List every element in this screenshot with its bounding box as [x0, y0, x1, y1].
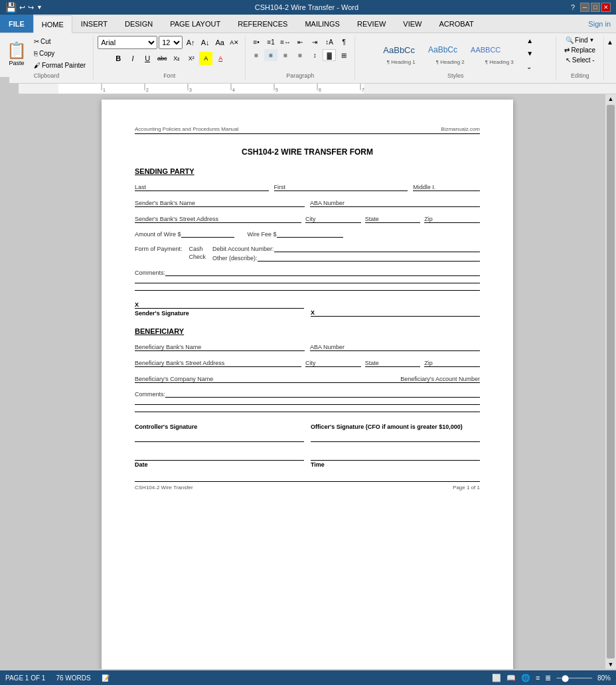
maximize-btn[interactable]: □ — [591, 3, 600, 12]
undo-icon[interactable]: ↩ — [19, 3, 25, 12]
subscript-btn[interactable]: X₂ — [170, 52, 183, 65]
styles-scroll-up[interactable]: ▲ — [526, 37, 533, 44]
scrollbar-right[interactable]: ▲ ▼ — [605, 94, 616, 669]
font-grow-btn[interactable]: A↑ — [184, 36, 197, 49]
paste-label: Paste — [9, 60, 24, 66]
tab-insert[interactable]: INSERT — [72, 15, 116, 33]
svg-text:2: 2 — [146, 88, 149, 92]
show-formatting-btn[interactable]: ¶ — [337, 36, 350, 48]
paste-icon: 📋 — [7, 41, 27, 60]
comments-sending: Comments: — [135, 269, 480, 291]
bene-comments-label: Comments: — [135, 391, 165, 398]
bullet-list-btn[interactable]: ≡• — [250, 36, 263, 48]
bene-comments-line3 — [135, 412, 480, 412]
date-time-row: Date Time — [135, 450, 480, 468]
minimize-btn[interactable]: ─ — [580, 3, 589, 12]
tab-references[interactable]: REFERENCES — [229, 15, 296, 33]
copy-btn[interactable]: ⎘ Copy — [31, 48, 89, 59]
ribbon-collapse-btn[interactable]: ▲ — [604, 36, 616, 80]
heading2-label: ¶ Heading 2 — [427, 59, 473, 65]
align-left-btn[interactable]: ≡ — [250, 49, 263, 61]
font-family-select[interactable]: Arial — [98, 36, 157, 49]
tab-home[interactable]: HOME — [33, 15, 72, 33]
last-label: Last — [135, 184, 146, 190]
scroll-thumb[interactable] — [607, 105, 615, 658]
shading-btn[interactable]: ▓ — [323, 49, 336, 61]
strikethrough-btn[interactable]: abc — [155, 52, 169, 65]
style-heading1[interactable]: AaBbCc — [424, 43, 462, 56]
font-shrink-btn[interactable]: A↓ — [198, 36, 212, 49]
bene-company-group: Beneficiary's Company Name — [135, 375, 305, 382]
sig-sender-label: Sender's Signature — [135, 310, 304, 317]
styles-more[interactable]: ⌄ — [526, 63, 533, 70]
align-center-btn[interactable]: ≡ — [264, 49, 277, 61]
underline-btn[interactable]: U — [141, 52, 154, 65]
bene-street-label: Beneficiary Bank's Street Address — [135, 360, 224, 366]
tab-acrobat[interactable]: ACROBAT — [430, 15, 482, 33]
street-group: Sender's Bank's Street Address — [135, 215, 301, 223]
time-group: Time — [311, 450, 480, 468]
increase-indent-btn[interactable]: ⇥ — [308, 36, 321, 48]
tab-design[interactable]: DESIGN — [116, 15, 161, 33]
scroll-up-btn[interactable]: ▲ — [607, 94, 615, 104]
align-right-btn[interactable]: ≡ — [279, 49, 292, 61]
clear-format-btn[interactable]: A✕ — [228, 36, 241, 49]
close-btn[interactable]: ✕ — [601, 3, 611, 12]
sig-section-sending: X Sender's Signature X — [135, 301, 480, 317]
payment-left: Form of Payment: Cash Check — [135, 246, 206, 262]
tab-review[interactable]: REVIEW — [348, 15, 394, 33]
text-highlight-btn[interactable]: A — [199, 52, 212, 65]
tab-mailings[interactable]: MAILINGS — [296, 15, 348, 33]
comments-label: Comments: — [135, 269, 165, 276]
header-left: Accounting Policies and Procedures Manua… — [135, 126, 239, 132]
date-label: Date — [135, 461, 148, 468]
style-normal[interactable]: AaBbCc — [378, 43, 420, 57]
paragraph-label: Paragraph — [286, 71, 314, 80]
svg-text:1: 1 — [103, 88, 106, 92]
scroll-down-btn[interactable]: ▼ — [607, 660, 615, 669]
justify-btn[interactable]: ≡ — [293, 49, 307, 61]
tab-page-layout[interactable]: PAGE LAYOUT — [161, 15, 229, 33]
replace-btn[interactable]: ⇄ Replace — [560, 46, 599, 54]
beneficiary-header: BENEFICIARY — [135, 327, 480, 335]
payment-row: Form of Payment: Cash Check Debit Accoun… — [135, 246, 480, 262]
superscript-btn[interactable]: X² — [185, 52, 198, 65]
heading3-label: ¶ Heading 3 — [476, 59, 522, 65]
paste-btn[interactable]: 📋 Paste — [4, 38, 29, 69]
numbered-list-btn[interactable]: ≡1 — [264, 36, 277, 48]
sign-in[interactable]: Sign in — [583, 17, 616, 31]
help-btn[interactable]: ? — [571, 3, 575, 11]
zip-label: Zip — [424, 216, 433, 222]
bold-btn[interactable]: B — [112, 52, 125, 65]
document-area[interactable]: Accounting Policies and Procedures Manua… — [0, 94, 605, 669]
decrease-indent-btn[interactable]: ⇤ — [293, 36, 307, 48]
style-heading2[interactable]: AABBCC — [466, 44, 505, 56]
border-btn[interactable]: ⊞ — [337, 49, 350, 61]
font-color-btn[interactable]: A — [214, 52, 227, 65]
controller-sig-line — [135, 431, 304, 442]
sort-btn[interactable]: ↕A — [323, 36, 336, 48]
sig-row: X Sender's Signature X — [135, 301, 480, 317]
find-btn[interactable]: 🔍 Find ▼ — [562, 36, 598, 44]
debit-line — [274, 252, 480, 252]
line-spacing-btn[interactable]: ↕ — [308, 49, 321, 61]
select-btn[interactable]: ↖ Select - — [562, 56, 599, 64]
cut-btn[interactable]: ✂ Cut — [31, 36, 89, 47]
italic-btn[interactable]: I — [126, 52, 139, 65]
find-dropdown[interactable]: ▼ — [589, 37, 595, 43]
styles-scroll-down[interactable]: ▼ — [526, 50, 533, 57]
wire-fee-label: Wire Fee $ — [248, 231, 277, 238]
redo-icon[interactable]: ↪ — [28, 3, 34, 12]
beneficiary-section: BENEFICIARY Beneficiary Bank's Name ABA … — [135, 327, 480, 468]
multilevel-list-btn[interactable]: ≡↔ — [279, 36, 292, 48]
bene-comments-line2 — [135, 404, 480, 405]
change-case-btn[interactable]: Aa — [213, 36, 226, 49]
tab-view[interactable]: VIEW — [394, 15, 430, 33]
quick-access-more[interactable]: ▼ — [37, 4, 42, 11]
font-group: Arial 12 A↑ A↓ Aa A✕ B I U abc X₂ X² — [94, 36, 246, 80]
bene-state-group: State — [365, 359, 421, 367]
tab-file[interactable]: FILE — [0, 15, 33, 33]
format-painter-btn[interactable]: 🖌 Format Painter — [31, 60, 89, 71]
clipboard-group: 📋 Paste ✂ Cut ⎘ Copy 🖌 — [0, 36, 94, 80]
font-size-select[interactable]: 12 — [159, 36, 183, 49]
